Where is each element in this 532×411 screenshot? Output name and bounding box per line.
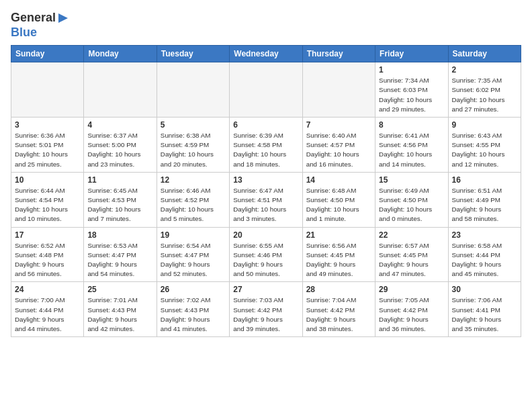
calendar-cell: 20Sunrise: 6:55 AM Sunset: 4:46 PM Dayli… <box>230 227 302 282</box>
weekday-header-row: SundayMondayTuesdayWednesdayThursdayFrid… <box>11 46 521 62</box>
day-info: Sunrise: 6:45 AM Sunset: 4:53 PM Dayligh… <box>87 186 152 224</box>
calendar-cell: 3Sunrise: 6:36 AM Sunset: 5:01 PM Daylig… <box>11 118 84 173</box>
day-info: Sunrise: 6:43 AM Sunset: 4:55 PM Dayligh… <box>452 131 517 169</box>
weekday-saturday: Saturday <box>448 46 521 62</box>
day-number: 11 <box>87 175 152 185</box>
calendar-cell: 29Sunrise: 7:05 AM Sunset: 4:42 PM Dayli… <box>375 282 448 337</box>
day-number: 24 <box>15 285 80 294</box>
day-info: Sunrise: 6:55 AM Sunset: 4:46 PM Dayligh… <box>233 241 298 279</box>
calendar-cell: 26Sunrise: 7:02 AM Sunset: 4:43 PM Dayli… <box>157 282 229 337</box>
weekday-friday: Friday <box>375 46 448 62</box>
calendar-cell: 2Sunrise: 7:35 AM Sunset: 6:02 PM Daylig… <box>448 62 521 118</box>
day-info: Sunrise: 7:34 AM Sunset: 6:03 PM Dayligh… <box>379 76 444 114</box>
calendar-cell: 7Sunrise: 6:40 AM Sunset: 4:57 PM Daylig… <box>302 118 375 173</box>
calendar-cell: 23Sunrise: 6:58 AM Sunset: 4:44 PM Dayli… <box>448 227 521 282</box>
calendar-cell: 13Sunrise: 6:47 AM Sunset: 4:51 PM Dayli… <box>230 172 302 227</box>
day-info: Sunrise: 6:46 AM Sunset: 4:52 PM Dayligh… <box>161 186 226 224</box>
day-number: 14 <box>306 175 371 185</box>
calendar-cell: 10Sunrise: 6:44 AM Sunset: 4:54 PM Dayli… <box>11 172 84 227</box>
calendar-cell <box>11 62 84 118</box>
calendar-cell: 12Sunrise: 6:46 AM Sunset: 4:52 PM Dayli… <box>157 172 229 227</box>
day-number: 25 <box>87 285 152 294</box>
week-row-2: 3Sunrise: 6:36 AM Sunset: 5:01 PM Daylig… <box>11 118 521 173</box>
day-info: Sunrise: 7:35 AM Sunset: 6:02 PM Dayligh… <box>452 76 517 114</box>
day-number: 7 <box>306 120 371 130</box>
day-number: 30 <box>452 285 517 294</box>
day-number: 3 <box>15 120 80 130</box>
weekday-thursday: Thursday <box>302 46 375 62</box>
day-info: Sunrise: 6:44 AM Sunset: 4:54 PM Dayligh… <box>15 186 80 224</box>
day-info: Sunrise: 6:52 AM Sunset: 4:48 PM Dayligh… <box>15 241 80 279</box>
day-number: 1 <box>379 65 444 75</box>
day-info: Sunrise: 7:00 AM Sunset: 4:44 PM Dayligh… <box>15 295 80 334</box>
day-number: 17 <box>15 230 80 240</box>
calendar-cell: 24Sunrise: 7:00 AM Sunset: 4:44 PM Dayli… <box>11 282 84 337</box>
day-info: Sunrise: 6:36 AM Sunset: 5:01 PM Dayligh… <box>15 131 80 169</box>
calendar-cell: 22Sunrise: 6:57 AM Sunset: 4:45 PM Dayli… <box>375 227 448 282</box>
calendar-cell: 1Sunrise: 7:34 AM Sunset: 6:03 PM Daylig… <box>375 62 448 118</box>
day-info: Sunrise: 7:03 AM Sunset: 4:42 PM Dayligh… <box>233 295 298 334</box>
calendar-cell <box>84 62 157 118</box>
week-row-5: 24Sunrise: 7:00 AM Sunset: 4:44 PM Dayli… <box>11 282 521 337</box>
calendar-cell: 15Sunrise: 6:49 AM Sunset: 4:50 PM Dayli… <box>375 172 448 227</box>
day-info: Sunrise: 6:53 AM Sunset: 4:47 PM Dayligh… <box>87 241 152 279</box>
day-info: Sunrise: 7:06 AM Sunset: 4:41 PM Dayligh… <box>452 295 517 334</box>
day-info: Sunrise: 6:54 AM Sunset: 4:47 PM Dayligh… <box>161 241 226 279</box>
calendar-cell: 16Sunrise: 6:51 AM Sunset: 4:49 PM Dayli… <box>448 172 521 227</box>
calendar-cell: 9Sunrise: 6:43 AM Sunset: 4:55 PM Daylig… <box>448 118 521 173</box>
day-info: Sunrise: 6:56 AM Sunset: 4:45 PM Dayligh… <box>306 241 371 279</box>
day-number: 8 <box>379 120 444 130</box>
calendar-cell <box>157 62 229 118</box>
day-info: Sunrise: 7:04 AM Sunset: 4:42 PM Dayligh… <box>306 295 371 334</box>
calendar-cell: 30Sunrise: 7:06 AM Sunset: 4:41 PM Dayli… <box>448 282 521 337</box>
day-number: 18 <box>87 230 152 240</box>
logo-arrow-icon <box>56 12 71 24</box>
day-number: 15 <box>379 175 444 185</box>
day-number: 4 <box>87 120 152 130</box>
day-number: 21 <box>306 230 371 240</box>
day-info: Sunrise: 6:48 AM Sunset: 4:50 PM Dayligh… <box>306 186 371 224</box>
week-row-1: 1Sunrise: 7:34 AM Sunset: 6:03 PM Daylig… <box>11 62 521 118</box>
calendar-table: SundayMondayTuesdayWednesdayThursdayFrid… <box>11 45 521 337</box>
day-number: 23 <box>452 230 517 240</box>
day-info: Sunrise: 6:47 AM Sunset: 4:51 PM Dayligh… <box>233 186 298 224</box>
calendar-cell: 25Sunrise: 7:01 AM Sunset: 4:43 PM Dayli… <box>84 282 157 337</box>
calendar-cell <box>230 62 302 118</box>
day-number: 27 <box>233 285 298 294</box>
day-info: Sunrise: 7:02 AM Sunset: 4:43 PM Dayligh… <box>161 295 226 334</box>
week-row-4: 17Sunrise: 6:52 AM Sunset: 4:48 PM Dayli… <box>11 227 521 282</box>
day-info: Sunrise: 6:41 AM Sunset: 4:56 PM Dayligh… <box>379 131 444 169</box>
weekday-sunday: Sunday <box>11 46 84 62</box>
calendar-cell: 19Sunrise: 6:54 AM Sunset: 4:47 PM Dayli… <box>157 227 229 282</box>
day-number: 26 <box>161 285 226 294</box>
week-row-3: 10Sunrise: 6:44 AM Sunset: 4:54 PM Dayli… <box>11 172 521 227</box>
calendar-cell: 17Sunrise: 6:52 AM Sunset: 4:48 PM Dayli… <box>11 227 84 282</box>
day-number: 12 <box>161 175 226 185</box>
calendar-cell: 27Sunrise: 7:03 AM Sunset: 4:42 PM Dayli… <box>230 282 302 337</box>
day-number: 22 <box>379 230 444 240</box>
calendar-cell: 14Sunrise: 6:48 AM Sunset: 4:50 PM Dayli… <box>302 172 375 227</box>
day-info: Sunrise: 6:58 AM Sunset: 4:44 PM Dayligh… <box>452 241 517 279</box>
day-info: Sunrise: 6:57 AM Sunset: 4:45 PM Dayligh… <box>379 241 444 279</box>
day-number: 16 <box>452 175 517 185</box>
day-number: 29 <box>379 285 444 294</box>
day-number: 5 <box>161 120 226 130</box>
day-info: Sunrise: 7:05 AM Sunset: 4:42 PM Dayligh… <box>379 295 444 334</box>
day-number: 19 <box>161 230 226 240</box>
day-number: 2 <box>452 65 517 75</box>
calendar-cell: 5Sunrise: 6:38 AM Sunset: 4:59 PM Daylig… <box>157 118 229 173</box>
day-number: 13 <box>233 175 298 185</box>
day-number: 28 <box>306 285 371 294</box>
weekday-tuesday: Tuesday <box>157 46 229 62</box>
day-info: Sunrise: 6:37 AM Sunset: 5:00 PM Dayligh… <box>87 131 152 169</box>
day-info: Sunrise: 6:49 AM Sunset: 4:50 PM Dayligh… <box>379 186 444 224</box>
calendar-cell: 18Sunrise: 6:53 AM Sunset: 4:47 PM Dayli… <box>84 227 157 282</box>
calendar-cell: 28Sunrise: 7:04 AM Sunset: 4:42 PM Dayli… <box>302 282 375 337</box>
day-number: 9 <box>452 120 517 130</box>
logo-blue-text: Blue <box>11 26 37 40</box>
day-info: Sunrise: 6:38 AM Sunset: 4:59 PM Dayligh… <box>161 131 226 169</box>
calendar-cell: 11Sunrise: 6:45 AM Sunset: 4:53 PM Dayli… <box>84 172 157 227</box>
day-info: Sunrise: 7:01 AM Sunset: 4:43 PM Dayligh… <box>87 295 152 334</box>
weekday-wednesday: Wednesday <box>230 46 302 62</box>
weekday-monday: Monday <box>84 46 157 62</box>
